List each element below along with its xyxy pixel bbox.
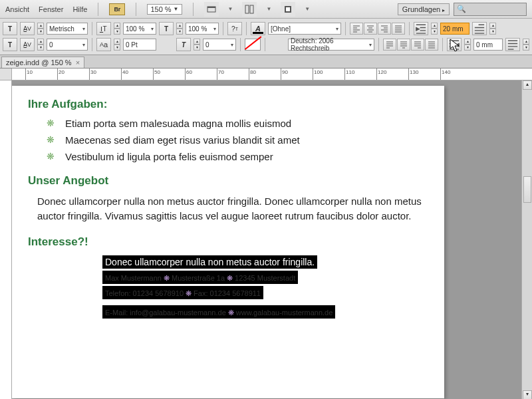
vscale-field[interactable]: 100 %: [123, 23, 156, 35]
svg-rect-2: [245, 5, 249, 13]
workspace-dropdown[interactable]: Grundlagen ▸: [398, 3, 450, 15]
menu-hilfe[interactable]: Hilfe: [72, 5, 87, 13]
svg-rect-5: [286, 7, 290, 11]
align-justify-icon[interactable]: [392, 23, 405, 35]
indent-right-field[interactable]: 0 mm: [473, 39, 503, 51]
contact-line: Donec ullamcorper nulla non metus auctor…: [102, 255, 317, 269]
heading-interest: Interesse?!: [28, 235, 428, 249]
view-options-icon[interactable]: [281, 2, 295, 17]
char-mode-icon[interactable]: T: [3, 22, 17, 35]
horizontal-ruler[interactable]: 102030405060708090100110120130140: [0, 68, 532, 80]
zoom-level[interactable]: 150 %▼: [147, 4, 182, 15]
document-tab-bar: zeige.indd @ 150 % ×: [0, 55, 532, 68]
contact-line: Max Mustermann❋Musterstraße 1a❋12345 Mus…: [102, 271, 298, 284]
scroll-thumb[interactable]: [523, 176, 531, 203]
contact-line: Telefon: 01234 5678910❋Fax: 01234 567891…: [102, 286, 263, 299]
svg-rect-3: [250, 5, 253, 13]
hscale-field[interactable]: 100 %: [186, 23, 219, 35]
contact-line: E-Mail: info@galabau-mustemann.de❋www.ga…: [102, 305, 335, 319]
para-align-group: [350, 23, 405, 35]
vscale-icon[interactable]: I̲T: [96, 22, 111, 35]
arrange-icon[interactable]: [242, 2, 257, 17]
align-left-icon[interactable]: [350, 23, 363, 35]
search-input[interactable]: 🔍: [454, 3, 527, 16]
document-page[interactable]: Ihre Aufgaben: Etiam porta sem malesuada…: [12, 86, 444, 398]
charstyle-icon[interactable]: ?T: [227, 22, 242, 35]
charstyle-dropdown[interactable]: [Ohne]: [268, 23, 341, 35]
align-right-icon[interactable]: [378, 23, 391, 35]
indent-first-icon[interactable]: [472, 22, 487, 35]
canvas[interactable]: Ihre Aufgaben: Etiam porta sem malesuada…: [12, 80, 532, 399]
kerning-icon[interactable]: A̲V: [20, 22, 35, 35]
contact-block: Donec ullamcorper nulla non metus auctor…: [102, 255, 428, 321]
list-item: Etiam porta sem malesuada magna mollis e…: [47, 118, 428, 129]
no-break-icon[interactable]: [245, 39, 261, 51]
hscale-icon[interactable]: T: [159, 22, 174, 35]
fill-icon[interactable]: A: [251, 22, 265, 35]
para-justify-group: [383, 39, 438, 51]
justify-right-icon[interactable]: [411, 39, 424, 51]
kerning-dropdown[interactable]: Metrisch: [47, 23, 88, 35]
svg-rect-1: [207, 7, 215, 8]
justify-center-icon[interactable]: [397, 39, 410, 51]
menu-ansicht[interactable]: Ansicht: [5, 5, 29, 13]
control-panel: T A̲V ▴▾ Metrisch I̲T ▴▾ 100 % T ▴▾ 100 …: [0, 19, 532, 55]
indent-left-icon[interactable]: [414, 22, 428, 35]
indent-right-icon[interactable]: [447, 38, 462, 51]
justify-all-icon[interactable]: [425, 39, 438, 51]
language-dropdown[interactable]: Deutsch: 2006 Rechtschreib: [288, 39, 374, 51]
scroll-down-icon[interactable]: ▾: [523, 390, 532, 399]
indent-left-field[interactable]: 20 mm: [440, 23, 469, 35]
baseline-field[interactable]: 0 Pt: [123, 39, 156, 51]
task-list: Etiam porta sem malesuada magna mollis e…: [47, 118, 428, 162]
menubar: Ansicht Fenster Hilfe Br 150 %▼ ▼ ▼ ▼ Gr…: [0, 0, 532, 19]
list-item: Vestibulum id ligula porta felis euismod…: [47, 151, 428, 162]
tracking-field[interactable]: 0: [47, 39, 88, 51]
offer-paragraph: Donec ullamcorper nulla non metus auctor…: [37, 194, 428, 223]
skew-icon[interactable]: T: [176, 38, 191, 51]
spinner[interactable]: ▴▾: [37, 23, 44, 35]
document-tab[interactable]: zeige.indd @ 150 % ×: [1, 57, 84, 68]
baseline-icon[interactable]: Aa: [96, 38, 111, 51]
scroll-up-icon[interactable]: ▴: [523, 80, 532, 90]
align-center-icon[interactable]: [364, 23, 377, 35]
list-item: Maecenas sed diam eget risus varius blan…: [47, 134, 428, 146]
justify-left-icon[interactable]: [383, 39, 396, 51]
close-icon[interactable]: ×: [76, 59, 80, 66]
screen-mode-icon[interactable]: [204, 2, 219, 17]
vertical-scrollbar[interactable]: ▴ ▾: [521, 80, 532, 399]
skew-field[interactable]: 0: [203, 39, 236, 51]
ruler-origin[interactable]: [0, 68, 12, 80]
heading-offer: Unser Angebot: [28, 174, 428, 188]
heading-tasks: Ihre Aufgaben:: [28, 98, 428, 111]
bridge-button[interactable]: Br: [109, 3, 125, 15]
indent-last-icon[interactable]: [505, 38, 520, 51]
workspace: Ihre Aufgaben: Etiam porta sem malesuada…: [0, 80, 532, 399]
menu-fenster[interactable]: Fenster: [39, 5, 63, 13]
vertical-ruler[interactable]: [0, 80, 12, 399]
search-icon: 🔍: [457, 5, 466, 13]
para-mode-icon[interactable]: T: [3, 38, 17, 51]
tracking-icon[interactable]: A̲V: [20, 38, 35, 51]
